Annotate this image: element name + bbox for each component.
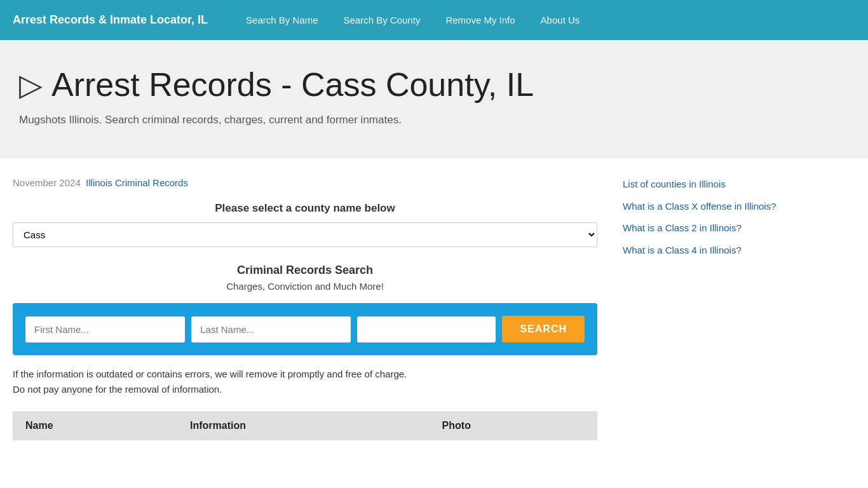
date-line: November 2024 Illinois Criminal Records	[13, 177, 597, 188]
last-name-input[interactable]	[191, 316, 351, 342]
county-select[interactable]: Cass AdamsAlexanderBondBoone BrownBureau…	[13, 222, 597, 247]
nav-brand: Arrest Records & Inmate Locator, IL	[13, 13, 208, 27]
sidebar-link-class-4[interactable]: What is a Class 4 in Illinois?	[623, 243, 788, 258]
nav-remove-my-info[interactable]: Remove My Info	[433, 0, 527, 40]
hero-title: ▷ Arrest Records - Cass County, IL	[19, 65, 849, 104]
results-table: Name Information Photo	[13, 411, 597, 440]
nav-links: Search By Name Search By County Remove M…	[233, 0, 592, 40]
navbar: Arrest Records & Inmate Locator, IL Sear…	[0, 0, 868, 40]
sidebar-link-class-2[interactable]: What is a Class 2 in Illinois?	[623, 221, 788, 236]
main-content: November 2024 Illinois Criminal Records …	[13, 177, 597, 440]
play-icon: ▷	[19, 67, 43, 102]
search-section-title: Criminal Records Search	[13, 264, 597, 277]
hero-title-text: Arrest Records - Cass County, IL	[51, 65, 534, 104]
county-section: Please select a county name below Cass A…	[13, 202, 597, 247]
table-col-name: Name	[13, 411, 177, 440]
search-button[interactable]: SEARCH	[502, 316, 585, 342]
first-name-input[interactable]	[25, 316, 185, 342]
sidebar: List of counties in Illinois What is a C…	[597, 177, 788, 440]
table-col-photo: Photo	[430, 411, 597, 440]
search-bar-wrapper: Illinois SEARCH	[13, 303, 597, 355]
disclaimer: If the information is outdated or contai…	[13, 367, 597, 397]
main-wrapper: November 2024 Illinois Criminal Records …	[0, 158, 868, 453]
nav-about-us[interactable]: About Us	[528, 0, 593, 40]
nav-search-by-county[interactable]: Search By County	[330, 0, 433, 40]
search-section: Criminal Records Search Charges, Convict…	[13, 264, 597, 292]
criminal-records-link[interactable]: Illinois Criminal Records	[86, 177, 188, 188]
date-label: November 2024	[13, 177, 81, 188]
hero-subtitle: Mugshots Illinois. Search criminal recor…	[19, 114, 849, 126]
nav-search-by-name[interactable]: Search By Name	[233, 0, 330, 40]
sidebar-link-class-x[interactable]: What is a Class X offense in Illinois?	[623, 200, 788, 214]
state-input[interactable]: Illinois	[357, 316, 496, 342]
county-label: Please select a county name below	[13, 202, 597, 215]
sidebar-link-list-counties[interactable]: List of counties in Illinois	[623, 177, 788, 192]
hero-section: ▷ Arrest Records - Cass County, IL Mugsh…	[0, 40, 868, 158]
table-col-information: Information	[177, 411, 430, 440]
search-section-sub: Charges, Conviction and Much More!	[13, 281, 597, 292]
